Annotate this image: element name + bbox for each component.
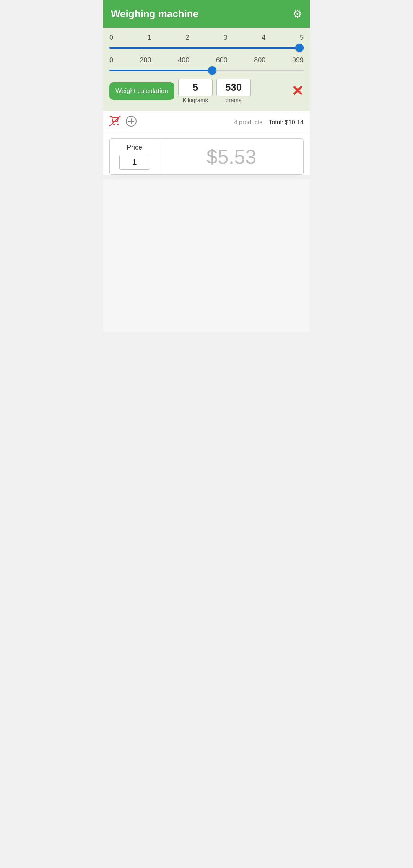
price-input[interactable] [119,155,150,170]
products-count: 4 products [234,119,263,126]
kg-slider-wrapper [109,43,304,52]
kg-input[interactable] [178,79,213,96]
weight-calculation-button[interactable]: Weight calculation [109,82,174,100]
g-slider[interactable] [109,70,304,71]
price-label: Price [127,143,142,151]
settings-icon[interactable]: ⚙ [293,8,302,20]
scale-panel: 0 1 2 3 4 5 0 200 400 600 800 999 Weight… [103,28,310,111]
svg-point-1 [117,124,119,125]
cart-total: Total: $10.14 [268,119,304,126]
cart-header: 4 products Total: $10.14 [103,111,310,134]
app-title: Weighing machine [111,8,198,20]
cart-area: 4 products Total: $10.14 Price $5.53 [103,111,310,175]
product-card: Price $5.53 [109,138,304,175]
price-section: Price [110,139,159,174]
empty-area [103,179,310,332]
app-header: Weighing machine ⚙ [103,0,310,28]
kg-slider[interactable] [109,47,304,49]
kg-slider-section: 0 1 2 3 4 5 [109,34,304,52]
cart-icon [109,116,121,129]
g-input-group: grams [216,79,251,103]
calculated-price: $5.53 [159,139,303,174]
g-slider-section: 0 200 400 600 800 999 [109,56,304,75]
cart-summary: 4 products Total: $10.14 [234,119,304,126]
weight-row: Weight calculation Kilograms grams ✕ [109,79,304,103]
add-product-button[interactable] [125,116,137,129]
kg-slider-labels: 0 1 2 3 4 5 [109,34,304,42]
g-input[interactable] [216,79,251,96]
g-slider-wrapper [109,66,304,75]
g-unit-label: grams [226,97,242,103]
clear-button[interactable]: ✕ [291,84,304,98]
g-slider-labels: 0 200 400 600 800 999 [109,56,304,64]
svg-point-0 [113,124,115,125]
kg-unit-label: Kilograms [182,97,208,103]
kg-input-group: Kilograms [178,79,213,103]
